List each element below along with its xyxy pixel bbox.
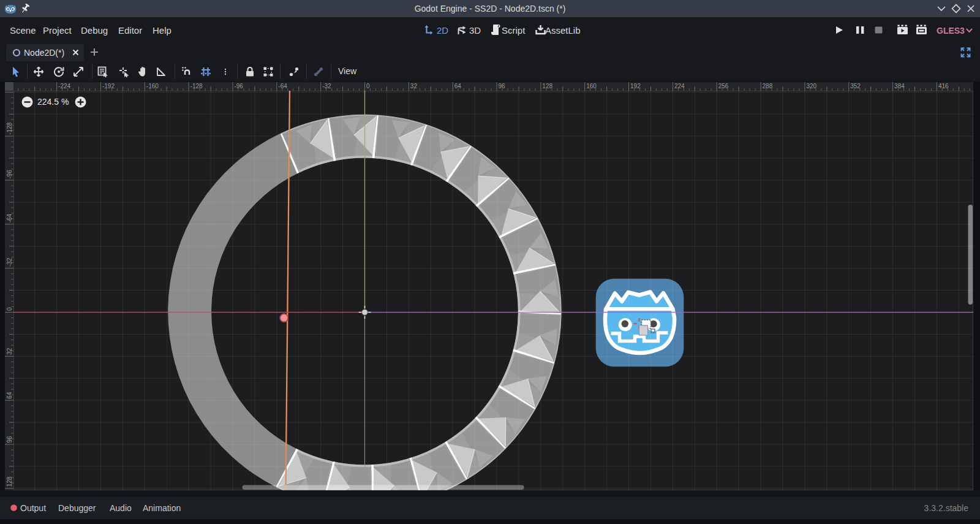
svg-text:-64: -64: [6, 213, 13, 222]
svg-text:288: 288: [763, 83, 773, 89]
svg-text:-128: -128: [190, 83, 203, 89]
svg-text:-32: -32: [6, 257, 13, 267]
svg-text:320: 320: [806, 83, 816, 89]
svg-text:352: 352: [850, 83, 861, 89]
svg-text:-128: -128: [6, 122, 13, 134]
svg-text:-160: -160: [146, 83, 159, 89]
svg-text:64: 64: [454, 83, 462, 89]
svg-text:160: 160: [586, 83, 597, 89]
svg-text:-96: -96: [6, 170, 13, 179]
svg-text:-96: -96: [234, 83, 243, 89]
svg-text:32: 32: [6, 347, 13, 355]
svg-text:416: 416: [938, 83, 949, 89]
svg-text:384: 384: [894, 83, 905, 89]
svg-text:-192: -192: [102, 83, 115, 89]
svg-text:128: 128: [6, 476, 13, 487]
svg-text:-32: -32: [322, 83, 331, 89]
svg-text:96: 96: [6, 436, 13, 443]
svg-text:0: 0: [366, 83, 370, 89]
svg-text:256: 256: [718, 83, 729, 89]
svg-text:64: 64: [6, 392, 13, 399]
svg-text:96: 96: [499, 83, 506, 89]
svg-text:32: 32: [410, 83, 418, 89]
svg-text:192: 192: [630, 83, 641, 89]
svg-text:128: 128: [542, 83, 552, 89]
svg-text:-224: -224: [58, 83, 70, 89]
svg-text:224: 224: [674, 83, 685, 89]
svg-text:0: 0: [6, 307, 13, 311]
svg-text:-64: -64: [278, 83, 287, 89]
